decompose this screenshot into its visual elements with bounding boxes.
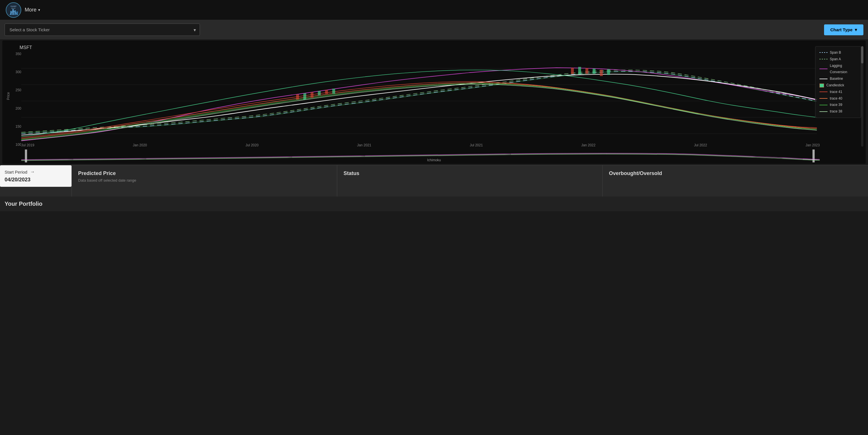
svg-rect-26 xyxy=(812,149,815,162)
svg-text:PILOT: PILOT xyxy=(11,7,16,9)
legend-span-a-line xyxy=(819,59,828,59)
svg-rect-13 xyxy=(296,94,299,100)
legend-baseline: Baseline xyxy=(819,75,857,82)
y-label-200: 200 xyxy=(11,106,21,110)
svg-rect-14 xyxy=(303,93,306,100)
ticker-select-wrapper: Select a Stock Ticker MSFT AAPL GOOGL AM… xyxy=(5,24,200,36)
legend-trace38-line xyxy=(819,111,828,112)
start-period-header: Start Period → xyxy=(5,169,67,174)
more-label: More xyxy=(25,7,36,13)
svg-text:CHART: CHART xyxy=(11,5,17,7)
bottom-panels: Start Period → 04/20/2023 Predicted Pric… xyxy=(0,165,868,197)
x-axis: Jul 2019 Jan 2020 Jul 2020 Jan 2021 Jul … xyxy=(21,143,820,147)
x-label-0: Jul 2019 xyxy=(21,143,34,147)
status-panel: Status xyxy=(337,165,602,197)
svg-rect-24 xyxy=(607,69,610,75)
legend-trace-38: trace 38 xyxy=(819,108,857,115)
chart-legend: Span B Span A LaggingConversion Baseline… xyxy=(815,46,861,118)
legend-trace38-label: trace 38 xyxy=(830,108,842,115)
svg-rect-16 xyxy=(318,91,320,96)
more-chevron-icon: ▾ xyxy=(38,8,40,12)
x-label-5: Jan 2022 xyxy=(581,143,595,147)
start-period-date: 04/20/2023 xyxy=(5,177,67,183)
status-title: Status xyxy=(343,170,596,176)
legend-trace-39: trace 39 xyxy=(819,102,857,108)
y-label-250: 250 xyxy=(11,88,21,92)
y-label-300: 300 xyxy=(11,70,21,74)
range-label: Ichimoku xyxy=(427,158,441,162)
start-period-label: Start Period xyxy=(5,170,27,174)
svg-rect-21 xyxy=(585,68,588,74)
legend-baseline-label: Baseline xyxy=(830,75,843,82)
y-axis-label: Price xyxy=(6,92,10,100)
toolbar: Select a Stock Ticker MSFT AAPL GOOGL AM… xyxy=(0,20,868,39)
start-period-box: Start Period → 04/20/2023 xyxy=(0,165,71,187)
navbar: CHART PILOT More ▾ xyxy=(0,0,868,20)
predicted-price-subtitle: Data based off selected date range xyxy=(78,178,331,182)
chart-title: MSFT xyxy=(20,45,32,50)
legend-lagging-label: LaggingConversion xyxy=(830,63,847,76)
y-label-350: 350 xyxy=(11,52,21,56)
svg-rect-20 xyxy=(578,67,581,74)
legend-trace40-line xyxy=(819,98,828,99)
legend-span-a: Span A xyxy=(819,56,857,63)
svg-rect-25 xyxy=(25,149,27,162)
your-portfolio-title: Your Portfolio xyxy=(5,201,863,207)
legend-candlestick-label: Candlestick xyxy=(826,82,844,89)
chart-container: MSFT 100 150 200 250 300 350 Price xyxy=(2,40,866,164)
chart-scrollbar[interactable] xyxy=(861,46,863,146)
chart-scrollbar-thumb[interactable] xyxy=(861,46,863,63)
x-label-4: Jul 2021 xyxy=(470,143,483,147)
legend-candlestick: Candlestick xyxy=(819,82,857,89)
legend-trace-41: trace 41 xyxy=(819,89,857,95)
predicted-price-panel: Predicted Price Data based off selected … xyxy=(72,165,337,197)
overbought-title: Overbought/Oversold xyxy=(609,170,862,176)
predicted-price-title: Predicted Price xyxy=(78,170,331,176)
legend-span-b-label: Span B xyxy=(830,49,841,56)
x-label-1: Jan 2020 xyxy=(133,143,147,147)
y-label-100: 100 xyxy=(11,143,21,146)
legend-trace40-label: trace 40 xyxy=(830,95,842,102)
chart-type-button[interactable]: Chart Type ▾ xyxy=(824,24,863,35)
range-chart-svg xyxy=(21,148,820,164)
ticker-select[interactable]: Select a Stock Ticker MSFT AAPL GOOGL AM… xyxy=(5,24,200,36)
svg-rect-17 xyxy=(325,90,328,94)
svg-rect-12 xyxy=(21,52,817,149)
overbought-panel: Overbought/Oversold xyxy=(602,165,868,197)
chart-type-chevron-icon: ▾ xyxy=(855,27,857,32)
svg-rect-22 xyxy=(593,69,595,74)
legend-trace39-line xyxy=(819,105,828,105)
legend-span-b: Span B xyxy=(819,49,857,56)
main-chart-svg xyxy=(21,52,817,149)
svg-rect-4 xyxy=(12,9,14,15)
x-label-3: Jan 2021 xyxy=(357,143,371,147)
legend-trace39-label: trace 39 xyxy=(830,102,842,108)
y-label-150: 150 xyxy=(11,125,21,129)
start-period-panel: Start Period → 04/20/2023 xyxy=(0,165,72,197)
more-button[interactable]: More ▾ xyxy=(25,7,40,13)
chart-type-label: Chart Type xyxy=(830,27,852,32)
legend-lagging-line xyxy=(819,69,828,69)
legend-trace-40: trace 40 xyxy=(819,95,857,102)
legend-candlestick-icon xyxy=(819,83,824,88)
x-label-7: Jan 2023 xyxy=(806,143,820,147)
start-period-arrow-icon: → xyxy=(30,169,35,174)
svg-rect-23 xyxy=(600,70,603,76)
svg-rect-15 xyxy=(310,92,313,98)
svg-rect-19 xyxy=(571,68,574,74)
legend-span-b-line xyxy=(819,52,828,53)
x-label-2: Jul 2020 xyxy=(246,143,258,147)
x-label-6: Jul 2022 xyxy=(694,143,707,147)
legend-baseline-line xyxy=(819,79,828,79)
logo-icon: CHART PILOT xyxy=(6,2,21,18)
svg-rect-18 xyxy=(332,89,335,94)
legend-trace41-label: trace 41 xyxy=(830,89,842,95)
your-portfolio-section: Your Portfolio xyxy=(0,197,868,211)
legend-trace41-line xyxy=(819,92,828,92)
legend-span-a-label: Span A xyxy=(830,56,841,63)
y-axis: 100 150 200 250 300 350 xyxy=(11,52,21,146)
legend-lagging: LaggingConversion xyxy=(819,63,857,76)
